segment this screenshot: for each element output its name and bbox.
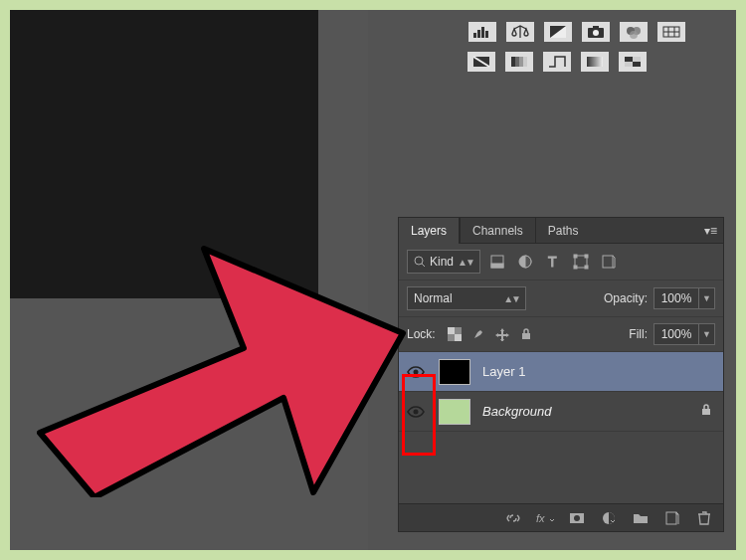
lock-all-icon[interactable] [517,325,535,343]
svg-rect-22 [625,57,633,62]
opacity-input[interactable]: 100% [653,287,699,309]
tab-layers[interactable]: Layers [399,218,460,244]
channel-mixer-icon[interactable] [620,22,648,42]
svg-point-6 [593,30,599,36]
selective-color-icon[interactable] [619,52,647,72]
svg-rect-0 [473,33,476,38]
canvas-area [10,10,368,550]
posterize-icon[interactable] [505,52,533,72]
svg-rect-2 [481,27,484,38]
filter-kind-dropdown[interactable]: Kind ▲▼ [407,250,480,274]
svg-rect-17 [515,57,519,67]
gradient-map-icon[interactable] [581,52,609,72]
threshold-icon[interactable] [543,52,571,72]
fill-label: Fill: [629,327,648,341]
lock-pixels-icon[interactable] [469,325,487,343]
layer-name[interactable]: Layer 1 [482,364,525,379]
layer-name[interactable]: Background [482,404,551,419]
filter-pixel-icon[interactable] [486,251,508,273]
eye-icon [406,405,426,419]
tab-paths[interactable]: Paths [535,218,591,244]
svg-rect-37 [448,327,455,334]
svg-rect-31 [574,255,577,258]
blend-mode-value: Normal [414,291,453,305]
layers-panel: Layers Channels Paths ▾≡ Kind ▲▼ T [398,217,724,532]
svg-point-40 [414,369,419,374]
filter-smart-icon[interactable] [598,251,620,273]
camera-icon[interactable] [582,22,610,42]
svg-rect-18 [519,57,523,67]
svg-rect-34 [585,266,588,269]
new-layer-icon[interactable] [663,509,681,527]
visibility-toggle[interactable] [399,392,433,432]
link-layers-icon[interactable] [504,509,522,527]
svg-rect-33 [574,266,577,269]
delete-layer-icon[interactable] [695,509,713,527]
layer-row[interactable]: Background [399,392,723,432]
layer-style-icon[interactable]: fx [536,509,554,527]
lock-transparency-icon[interactable] [446,325,464,343]
svg-rect-47 [666,512,676,524]
panel-tabs: Layers Channels Paths ▾≡ [399,218,723,244]
svg-text:fx: fx [536,512,545,524]
workspace-toolbar [378,10,736,99]
lock-label: Lock: [407,327,436,341]
histogram-icon[interactable] [468,22,496,42]
fill-stepper[interactable]: ▼ [699,323,715,345]
lock-row: Lock: Fill: 100% ▼ [399,317,723,352]
svg-rect-3 [485,31,488,38]
visibility-toggle[interactable] [399,352,433,392]
svg-rect-1 [477,30,480,38]
tab-channels[interactable]: Channels [460,218,535,244]
svg-text:T: T [548,254,557,270]
opacity-label: Opacity: [604,291,648,305]
layer-thumbnail[interactable] [439,359,470,385]
svg-rect-16 [511,57,515,67]
filter-shape-icon[interactable] [570,251,592,273]
svg-rect-32 [585,255,588,258]
svg-line-25 [422,264,425,267]
svg-rect-23 [633,62,641,67]
blend-mode-dropdown[interactable]: Normal ▲▼ [407,286,526,310]
panel-dock: Layers Channels Paths ▾≡ Kind ▲▼ T [388,109,736,550]
svg-rect-39 [522,333,530,339]
lock-position-icon[interactable] [493,325,511,343]
opacity-stepper[interactable]: ▼ [699,287,715,309]
invert-icon[interactable] [467,52,495,72]
lut-icon[interactable] [657,22,685,42]
filter-kind-label: Kind [430,255,454,269]
balance-icon[interactable] [506,22,534,42]
search-icon [414,256,426,268]
svg-rect-27 [491,264,503,268]
svg-point-24 [415,257,423,265]
svg-rect-35 [603,256,613,268]
svg-point-10 [630,31,638,39]
dropdown-arrows-icon: ▲▼ [458,257,473,268]
group-icon[interactable] [632,509,650,527]
adjustment-layer-icon[interactable] [600,509,618,527]
svg-rect-19 [523,57,527,67]
layer-mask-icon[interactable] [568,509,586,527]
filter-type-icon[interactable]: T [542,251,564,273]
dropdown-arrows-icon: ▲▼ [503,293,519,304]
svg-point-45 [574,515,580,521]
document-canvas[interactable] [10,10,318,298]
svg-rect-38 [455,334,462,341]
layer-row[interactable]: Layer 1 [399,352,723,392]
eye-icon [406,365,426,379]
svg-point-41 [414,409,419,414]
svg-rect-7 [593,26,599,29]
layers-bottom-bar: fx [399,503,723,531]
black-white-icon[interactable] [544,22,572,42]
svg-rect-20 [587,57,603,67]
app-frame: Layers Channels Paths ▾≡ Kind ▲▼ T [10,10,736,550]
svg-rect-42 [702,409,710,415]
blend-row: Normal ▲▼ Opacity: 100% ▼ [399,280,723,317]
filter-row: Kind ▲▼ T [399,244,723,280]
panel-menu-icon[interactable]: ▾≡ [704,224,717,238]
fill-input[interactable]: 100% [653,323,699,345]
layer-thumbnail[interactable] [439,399,470,425]
filter-adjustment-icon[interactable] [514,251,536,273]
lock-icon [699,403,713,421]
